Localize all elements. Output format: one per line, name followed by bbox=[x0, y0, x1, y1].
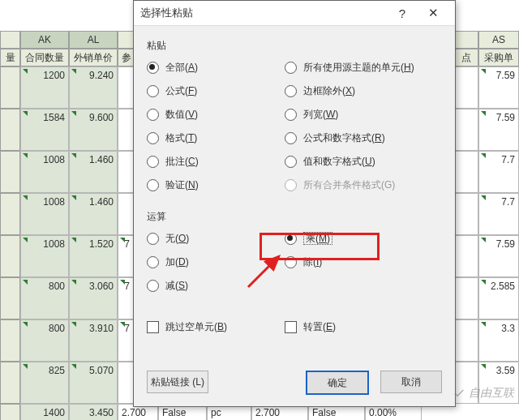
radio-icon bbox=[147, 132, 159, 144]
radio-icon bbox=[147, 156, 159, 168]
col-aspacer bbox=[454, 31, 478, 49]
help-button[interactable]: ? bbox=[387, 2, 418, 24]
radio-option[interactable]: 格式(T) bbox=[147, 131, 285, 145]
cell[interactable] bbox=[118, 193, 134, 235]
col-ak[interactable]: AK bbox=[20, 31, 69, 49]
cell[interactable]: 9.600 bbox=[69, 109, 118, 151]
radio-icon bbox=[147, 85, 159, 97]
col-am[interactable] bbox=[118, 31, 134, 49]
cell[interactable]: 7.59 bbox=[478, 235, 519, 277]
radio-icon bbox=[147, 109, 159, 121]
radio-icon bbox=[147, 280, 159, 292]
cell[interactable]: 1200 bbox=[20, 66, 69, 109]
cell[interactable] bbox=[0, 66, 20, 109]
radio-option[interactable]: 全部(A) bbox=[147, 61, 285, 75]
radio-option[interactable]: 值和数字格式(U) bbox=[285, 155, 442, 169]
radio-icon bbox=[147, 256, 159, 268]
checkbox-transpose[interactable]: 转置(E) bbox=[285, 320, 442, 334]
cell[interactable]: 7 bbox=[118, 277, 134, 319]
cell[interactable]: 1008 bbox=[20, 235, 69, 277]
svg-line-0 bbox=[248, 256, 279, 287]
cell[interactable] bbox=[118, 362, 134, 404]
cell[interactable] bbox=[0, 193, 20, 235]
hdr-contract-qty: 合同数量 bbox=[20, 49, 69, 66]
cell[interactable]: 3.450 bbox=[69, 404, 118, 420]
radio-icon bbox=[285, 62, 297, 74]
radio-option[interactable]: 公式和数字格式(R) bbox=[285, 131, 442, 145]
radio-option[interactable]: 所有使用源主题的单元(H) bbox=[285, 61, 442, 75]
arrow-annotation bbox=[243, 251, 292, 294]
radio-icon bbox=[147, 62, 159, 74]
cell[interactable]: 9.240 bbox=[69, 66, 118, 109]
cell[interactable] bbox=[0, 151, 20, 193]
radio-icon bbox=[285, 85, 297, 97]
cancel-button[interactable]: 取消 bbox=[380, 371, 442, 393]
radio-option[interactable]: 列宽(W) bbox=[285, 108, 442, 122]
hdr-export-price: 外销单价 bbox=[69, 49, 118, 66]
cell[interactable]: 1.520 bbox=[69, 235, 118, 277]
radio-option[interactable]: 边框除外(X) bbox=[285, 84, 442, 98]
cell[interactable] bbox=[454, 319, 478, 362]
cell[interactable] bbox=[0, 404, 20, 420]
dialog-title: 选择性粘贴 bbox=[140, 6, 387, 20]
radio-option[interactable]: 数值(V) bbox=[147, 108, 285, 122]
radio-option[interactable]: 验证(N) bbox=[147, 178, 285, 192]
cell[interactable]: 1.460 bbox=[69, 151, 118, 193]
col-al[interactable]: AL bbox=[69, 31, 118, 49]
cell[interactable]: 1400 bbox=[20, 404, 69, 420]
cell[interactable]: 800 bbox=[20, 319, 69, 362]
cell[interactable] bbox=[0, 235, 20, 277]
cell[interactable]: 825 bbox=[20, 362, 69, 404]
cell[interactable]: 3.910 bbox=[69, 319, 118, 362]
cell[interactable]: 7.59 bbox=[478, 109, 519, 151]
cell[interactable] bbox=[454, 193, 478, 235]
cell[interactable]: 1008 bbox=[20, 151, 69, 193]
cell[interactable]: 7.7 bbox=[478, 151, 519, 193]
cell[interactable] bbox=[118, 109, 134, 151]
cell[interactable]: 5.070 bbox=[69, 362, 118, 404]
cell[interactable]: 1.460 bbox=[69, 193, 118, 235]
radio-icon bbox=[285, 109, 297, 121]
cell[interactable] bbox=[454, 151, 478, 193]
paste-options-left: 全部(A)公式(F)数值(V)格式(T)批注(C)验证(N) bbox=[147, 61, 285, 202]
radio-icon bbox=[285, 179, 297, 191]
cell[interactable]: 7.7 bbox=[478, 193, 519, 235]
checkbox-icon bbox=[285, 321, 297, 333]
col-as[interactable]: AS bbox=[478, 31, 519, 49]
cell[interactable] bbox=[0, 319, 20, 362]
cell[interactable] bbox=[118, 151, 134, 193]
paste-link-button[interactable]: 粘贴链接 (L) bbox=[147, 371, 208, 393]
close-button[interactable]: ✕ bbox=[418, 2, 448, 24]
cell[interactable]: 7.59 bbox=[478, 66, 519, 109]
section-paste: 粘贴 bbox=[147, 39, 442, 53]
cell[interactable] bbox=[0, 362, 20, 404]
cell[interactable] bbox=[118, 66, 134, 109]
cell[interactable] bbox=[0, 277, 20, 319]
radio-icon bbox=[147, 179, 159, 191]
radio-option[interactable]: 公式(F) bbox=[147, 84, 285, 98]
cell[interactable]: 7 bbox=[118, 235, 134, 277]
radio-option: 所有合并条件格式(G) bbox=[285, 178, 442, 192]
ok-button[interactable]: 确定 bbox=[306, 371, 369, 395]
cell[interactable]: 2.585 bbox=[478, 277, 519, 319]
cell[interactable] bbox=[454, 66, 478, 109]
cell[interactable]: 1584 bbox=[20, 109, 69, 151]
cell[interactable] bbox=[454, 235, 478, 277]
cell[interactable]: 3.060 bbox=[69, 277, 118, 319]
checkbox-skip-blanks[interactable]: 跳过空单元(B) bbox=[147, 320, 285, 334]
row-header-label: 量 bbox=[0, 49, 20, 66]
cell[interactable] bbox=[454, 109, 478, 151]
radio-icon bbox=[285, 132, 297, 144]
paste-special-dialog: 选择性粘贴 ? ✕ 粘贴 全部(A)公式(F)数值(V)格式(T)批注(C)验证… bbox=[133, 0, 456, 407]
hdr-point: 点 bbox=[454, 49, 478, 66]
cell[interactable]: 7 bbox=[118, 319, 134, 362]
paste-options-right: 所有使用源主题的单元(H)边框除外(X)列宽(W)公式和数字格式(R)值和数字格… bbox=[285, 61, 442, 202]
dialog-titlebar[interactable]: 选择性粘贴 ? ✕ bbox=[134, 1, 455, 26]
cell[interactable]: 3.3 bbox=[478, 319, 519, 362]
cell[interactable] bbox=[454, 277, 478, 319]
cell[interactable]: 800 bbox=[20, 277, 69, 319]
radio-option[interactable]: 批注(C) bbox=[147, 155, 285, 169]
hdr-purchase-price: 采购单价 bbox=[478, 49, 519, 66]
cell[interactable] bbox=[0, 109, 20, 151]
cell[interactable]: 1008 bbox=[20, 193, 69, 235]
